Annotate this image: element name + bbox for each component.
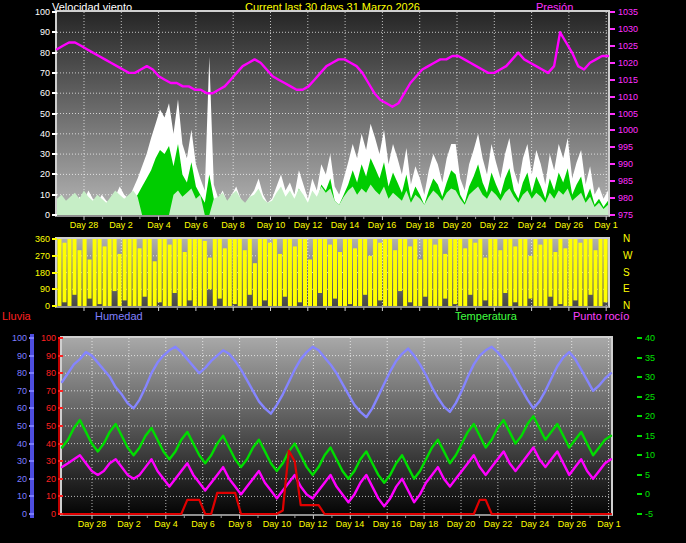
y-axis-label: 30 <box>40 149 50 159</box>
y-axis-label: 1030 <box>618 24 638 34</box>
x-axis-label: Day 4 <box>154 519 178 529</box>
x-axis-label: Day 26 <box>555 220 584 230</box>
y-axis-label: 0 <box>22 509 27 519</box>
y-axis-label: 1035 <box>618 7 638 17</box>
x-axis-label: Day 1 <box>594 220 618 230</box>
y-axis-label: 990 <box>618 159 633 169</box>
x-axis-label: Day 6 <box>184 220 208 230</box>
y-axis-label: 0 <box>51 509 56 519</box>
y-axis-label: 80 <box>46 368 56 378</box>
x-axis-label: Day 20 <box>443 220 472 230</box>
wind-direction-chart <box>55 237 610 308</box>
y-axis-label: 40 <box>645 333 655 343</box>
x-axis-label: Day 14 <box>336 519 365 529</box>
y-axis-label: 100 <box>41 333 56 343</box>
x-axis-label: Day 8 <box>221 220 245 230</box>
y-axis-label: 70 <box>40 68 50 78</box>
y-axis-label: 60 <box>17 403 27 413</box>
y-axis-label: 30 <box>645 372 655 382</box>
y-axis-label: 0 <box>45 210 50 220</box>
x-axis-label: Day 22 <box>484 519 513 529</box>
y-axis-label: 20 <box>46 474 56 484</box>
x-axis-label: Day 12 <box>294 220 323 230</box>
humidity-temp-chart <box>60 336 613 516</box>
y-axis-label: 70 <box>17 386 27 396</box>
y-axis-label: 90 <box>46 351 56 361</box>
y-axis-label: 15 <box>645 431 655 441</box>
y-axis-label: 5 <box>645 470 650 480</box>
y-axis-label: 60 <box>40 88 50 98</box>
rain-title: Lluvia <box>2 310 31 322</box>
temperature-y-axis: 4035302520151050-5 <box>645 338 675 514</box>
x-axis-label: Day 14 <box>331 220 360 230</box>
x-axis-label: Day 18 <box>406 220 435 230</box>
pressure-y-axis: 1035103010251020101510101005100099599098… <box>618 12 658 215</box>
y-axis-label: 0 <box>45 301 50 311</box>
x-axis-label: Day 2 <box>117 519 141 529</box>
y-axis-label: 10 <box>46 491 56 501</box>
y-axis-label: 975 <box>618 210 633 220</box>
y-axis-label: 20 <box>40 169 50 179</box>
temperature-title: Temperatura <box>455 310 517 322</box>
wind-pressure-svg <box>57 12 608 222</box>
x-axis-label: Day 16 <box>373 519 402 529</box>
rain-y-axis: 1009080706050403020100 <box>34 338 56 514</box>
y-axis-label: 1005 <box>618 109 638 119</box>
x-axis-label: Day 22 <box>480 220 509 230</box>
dewpoint-title: Punto rocío <box>573 310 629 322</box>
y-axis-label: 995 <box>618 142 633 152</box>
y-axis-label: 180 <box>35 268 50 278</box>
y-axis-label: 1000 <box>618 125 638 135</box>
x-axis-label: Day 28 <box>78 519 107 529</box>
y-axis-label: 40 <box>17 439 27 449</box>
x-axis-label: Day 18 <box>410 519 439 529</box>
y-axis-label: 10 <box>645 450 655 460</box>
x-axis-label: Day 8 <box>228 519 252 529</box>
y-axis-label: 80 <box>17 368 27 378</box>
y-axis-label: 100 <box>35 7 50 17</box>
x-axis-label: Day 2 <box>109 220 133 230</box>
y-axis-label: 10 <box>17 491 27 501</box>
y-axis-label: 0 <box>645 489 650 499</box>
y-axis-label: 1010 <box>618 92 638 102</box>
y-axis-label: 60 <box>46 403 56 413</box>
y-axis-label: 50 <box>40 109 50 119</box>
weather-dashboard: { "chart_data": [ { "type": "area", "tit… <box>0 0 686 543</box>
x-axis-label: Day 6 <box>191 519 215 529</box>
humidity-y-axis: 1009080706050403020100 <box>0 338 27 514</box>
y-axis-label: 20 <box>645 411 655 421</box>
y-axis-label: 980 <box>618 193 633 203</box>
y-axis-label: 40 <box>46 439 56 449</box>
y-axis-label: 270 <box>35 251 50 261</box>
y-axis-label: 90 <box>17 351 27 361</box>
compass-letter: S <box>623 267 630 278</box>
y-axis-label: 40 <box>40 129 50 139</box>
y-axis-label: 360 <box>35 234 50 244</box>
wind-pressure-chart <box>55 10 610 217</box>
y-axis-label: 1025 <box>618 41 638 51</box>
x-axis-label: Day 10 <box>257 220 286 230</box>
humidity-temp-svg <box>62 338 611 521</box>
y-axis-label: 50 <box>17 421 27 431</box>
y-axis-label: 80 <box>40 48 50 58</box>
y-axis-label: 1020 <box>618 58 638 68</box>
x-axis-label: Day 20 <box>447 519 476 529</box>
x-axis-label: Day 24 <box>518 220 547 230</box>
y-axis-label: -5 <box>645 509 653 519</box>
x-axis-label: Day 16 <box>368 220 397 230</box>
humidity-title: Humedad <box>95 310 143 322</box>
compass-letter: E <box>623 283 630 294</box>
compass-letter: N <box>623 233 630 244</box>
x-axis-label: Day 26 <box>558 519 587 529</box>
wind-direction-svg <box>57 239 608 313</box>
y-axis-label: 1015 <box>618 75 638 85</box>
y-axis-label: 25 <box>645 392 655 402</box>
x-axis-label: Day 4 <box>147 220 171 230</box>
y-axis-label: 100 <box>12 333 27 343</box>
top-x-axis-labels: Day 28Day 2Day 4Day 6Day 8Day 10Day 12Da… <box>57 220 608 232</box>
y-axis-label: 70 <box>46 386 56 396</box>
y-axis-label: 985 <box>618 176 633 186</box>
y-axis-label: 50 <box>46 421 56 431</box>
x-axis-label: Day 12 <box>299 519 328 529</box>
y-axis-label: 10 <box>40 190 50 200</box>
